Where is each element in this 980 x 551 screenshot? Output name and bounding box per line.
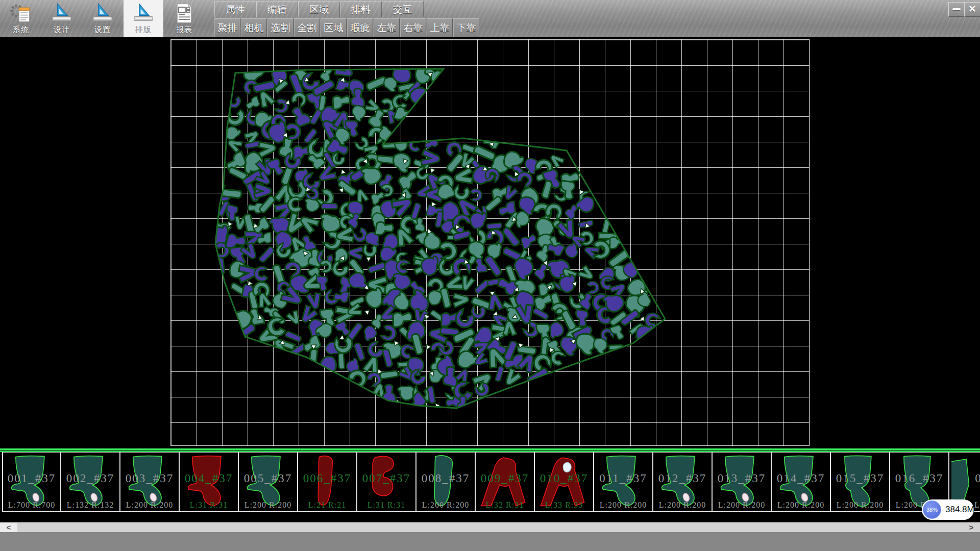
thumb-id-label: 010_#37 [535,472,593,485]
horizontal-scrollbar[interactable]: < > [0,522,980,532]
thumb-id-label: 003_#37 [120,472,179,485]
thumb-id-label: 007_#37 [357,472,415,485]
thumb-lr-label: L:700 R:700 [3,500,60,510]
toolbar-button-label: 设置 [83,25,122,35]
scroll-right-icon: > [969,523,974,532]
layout-icon [132,2,155,24]
tool-button-3[interactable]: 选割 [267,18,293,38]
thumbnail-6[interactable]: 006_#37L:21 R:21 [298,452,357,512]
thumb-lr-label: L:200 R:200 [831,500,889,510]
menu-tab-2[interactable]: 编辑 [256,1,298,17]
thumbnail-1[interactable]: 001_#37L:700 R:700 [2,452,61,512]
thumb-id-label: 006_#37 [298,472,356,485]
tool-button-4[interactable]: 全割 [294,18,320,38]
thumb-id-label: 004_#37 [180,472,238,485]
thumb-id-label: 002_#37 [61,472,119,485]
close-icon: ✕ [968,4,976,14]
thumb-id-label: 013_#37 [713,472,771,485]
thumb-id-label: 012_#37 [653,472,712,485]
thumbnail-4[interactable]: 004_#37L:31 R:31 [180,452,239,512]
thumbnail-10[interactable]: 010_#37L:33 R:33 [535,452,594,512]
leather-hide-drawing [0,37,980,448]
thumb-id-label: 011_#37 [594,472,652,485]
tool-button-10[interactable]: 下靠 [453,18,479,38]
toolbar-button-2[interactable]: 设计 [42,0,82,37]
thumbnail-11[interactable]: 011_#37L:200 R:200 [594,452,653,512]
toolbar-button-5[interactable]: 报表 [164,0,204,37]
scroll-left-button[interactable]: < [0,523,17,532]
tool-button-1[interactable]: 聚排 [214,18,240,38]
menu-tab-5[interactable]: 交互 [382,1,424,17]
strip-separator [0,448,980,452]
minimize-icon [952,8,961,10]
thumb-id-label: 009_#37 [476,472,534,485]
thumbnail-15[interactable]: 015_#37L:200 R:200 [831,452,890,512]
memory-percent-indicator: 38% [923,500,941,519]
thumb-lr-label: L:200 R:200 [713,500,771,510]
thumb-lr-label: L:31 R:31 [180,500,238,510]
memory-badge[interactable]: 38% 384.8M [922,499,974,520]
thumb-lr-label: L:33 R:33 [535,500,593,510]
thumb-lr-label: L:200 R:200 [653,500,712,510]
toolbar-button-4[interactable]: 排版 [124,0,163,37]
thumb-id-label: 008_#37 [416,472,475,485]
thumb-id-label: 005_#37 [239,472,297,485]
nesting-canvas[interactable] [0,37,980,448]
system-icon [10,2,32,24]
thumb-id-label: 014_#37 [772,472,830,485]
thumb-id-label: 0 [949,472,980,485]
toolbar-button-3[interactable]: 设置 [83,0,122,37]
scroll-right-button[interactable]: > [963,523,980,532]
thumb-lr-label: L:200 R:200 [120,500,179,510]
thumbnail-13[interactable]: 013_#37L:200 R:200 [713,452,772,512]
toolbar-button-1[interactable]: 系统 [1,0,41,37]
thumb-id-label: 001_#37 [3,472,60,485]
titlebar[interactable]: 系统设计设置排版报表 属性编辑区域排料交互 聚排相机选割全割区域瑕疵左靠右靠上靠… [0,0,980,38]
toolbar-button-label: 排版 [124,25,163,35]
tool-button-2[interactable]: 相机 [241,18,267,38]
menu-tab-4[interactable]: 排料 [340,1,382,17]
thumbnail-9[interactable]: 009_#37L:32 R:31 [476,452,535,512]
menu-tab-1[interactable]: 属性 [214,1,256,17]
design-icon [51,2,73,24]
report-icon [173,2,195,24]
thumb-lr-label: L:200 R:200 [416,500,475,510]
thumb-lr-label: L:200 R:200 [772,500,830,510]
thumb-lr-label: L:200 R:200 [594,500,652,510]
settings-icon [91,2,114,24]
tool-button-bar: 聚排相机选割全割区域瑕疵左靠右靠上靠下靠 [214,18,479,37]
minimize-button[interactable] [948,2,965,17]
thumb-lr-label: L:200 R:200 [239,500,297,510]
piece-thumbnail-strip: 001_#37L:700 R:700002_#37L:132 R:132003_… [0,452,980,512]
thumb-id-label: 016_#37 [890,472,948,485]
scroll-left-icon: < [7,523,11,532]
thumbnail-7[interactable]: 007_#37L:31 R:31 [357,452,416,512]
toolbar-button-label: 系统 [1,25,41,35]
thumbnail-14[interactable]: 014_#37L:200 R:200 [772,452,831,512]
menu-tab-bar: 属性编辑区域排料交互 [214,1,424,17]
tool-button-9[interactable]: 上靠 [427,18,453,38]
memory-value: 384.8M [945,499,980,520]
thumbnail-3[interactable]: 003_#37L:200 R:200 [120,452,180,512]
tool-button-7[interactable]: 左靠 [374,18,400,38]
application-window: 系统设计设置排版报表 属性编辑区域排料交互 聚排相机选割全割区域瑕疵左靠右靠上靠… [0,0,980,551]
thumbnail-5[interactable]: 005_#37L:200 R:200 [239,452,298,512]
thumb-lr-label: L:132 R:132 [61,500,119,510]
thumb-lr-label: L:32 R:31 [476,500,534,510]
thumb-lr-label: L:31 R:31 [357,500,415,510]
toolbar-button-label: 报表 [164,25,204,35]
thumb-lr-label: L:21 R:21 [298,500,356,510]
thumb-id-label: 015_#37 [831,472,889,485]
close-button[interactable]: ✕ [964,2,980,17]
thumbnail-8[interactable]: 008_#37L:200 R:200 [416,452,476,512]
tool-button-6[interactable]: 瑕疵 [347,18,373,38]
nested-pieces [207,60,663,414]
thumbnail-2[interactable]: 002_#37L:132 R:132 [61,452,120,512]
toolbar-button-label: 设计 [42,25,82,35]
thumbnail-12[interactable]: 012_#37L:200 R:200 [653,452,713,512]
status-bar [0,532,980,551]
menu-tab-3[interactable]: 区域 [298,1,340,17]
tool-button-5[interactable]: 区域 [321,18,347,38]
tool-button-8[interactable]: 右靠 [400,18,426,38]
